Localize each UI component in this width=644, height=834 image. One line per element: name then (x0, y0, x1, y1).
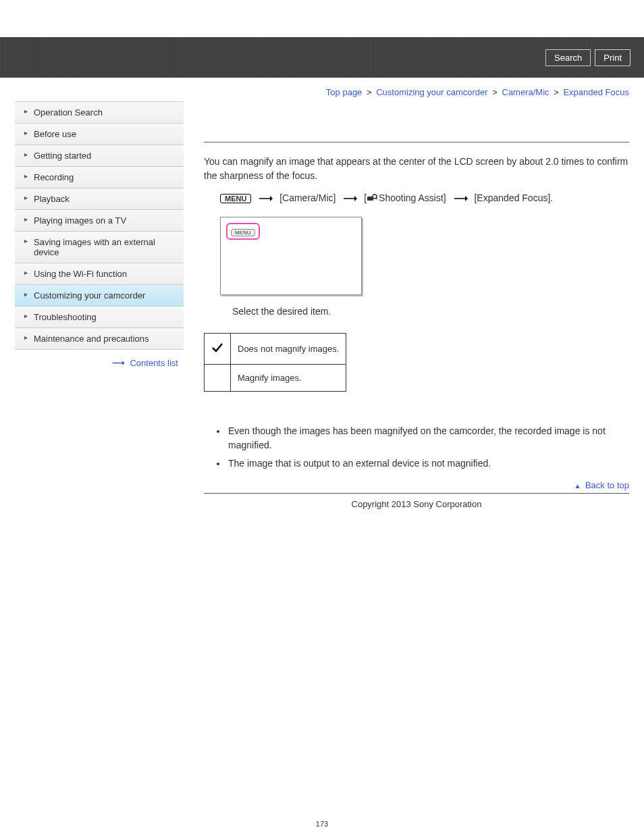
path-expanded-focus: [Expanded Focus]. (474, 192, 553, 203)
sidebar-item-label: Playback (34, 194, 70, 204)
svg-marker-8 (465, 196, 468, 201)
menu-thumb-icon: MENU (231, 229, 255, 236)
arrow-icon (258, 195, 273, 202)
sidebar-item-label: Getting started (34, 151, 91, 161)
sidebar-item-operation-search[interactable]: Operation Search (15, 101, 184, 124)
sidebar-item-playing-tv[interactable]: Playing images on a TV (15, 210, 184, 232)
sidebar-item-label: Maintenance and precautions (34, 334, 149, 344)
breadcrumb-sub[interactable]: Camera/Mic (502, 87, 549, 97)
notes-list: Even though the images has been magnifye… (227, 424, 629, 471)
svg-line-6 (376, 198, 377, 199)
contents-list-link[interactable]: Contents list (130, 358, 178, 368)
sidebar-item-label: Operation Search (34, 107, 103, 118)
sidebar-item-label: Customizing your camcorder (34, 290, 145, 301)
up-triangle-icon: ▲ (574, 482, 581, 490)
breadcrumb-page[interactable]: Expanded Focus (563, 87, 629, 97)
back-to-top-wrap: ▲ Back to top (204, 477, 629, 494)
sidebar-item-label: Saving images with an external device (34, 237, 155, 257)
search-button[interactable]: Search (545, 49, 591, 66)
svg-marker-1 (270, 196, 273, 201)
sidebar-item-label: Recording (34, 172, 74, 182)
back-to-top-link[interactable]: Back to top (585, 480, 629, 490)
sidebar-item-wifi[interactable]: Using the Wi-Fi function (15, 263, 184, 285)
sidebar-item-label: Troubleshooting (34, 312, 97, 322)
sidebar: Operation Search Before use Getting star… (15, 101, 184, 536)
menu-thumb-highlight: MENU (226, 223, 260, 240)
breadcrumb-cat[interactable]: Customizing your camcorder (376, 87, 487, 97)
sidebar-item-label: Playing images on a TV (34, 215, 126, 226)
table-row: Does not magnify images. (205, 333, 346, 364)
sidebar-item-label: Using the Wi-Fi function (34, 269, 127, 279)
contents-list-wrap: ⟶ Contents list (15, 350, 184, 368)
breadcrumb: Top page > Customizing your camcorder > … (0, 78, 644, 101)
print-button[interactable]: Print (595, 49, 630, 66)
sidebar-item-playback[interactable]: Playback (15, 188, 184, 210)
divider (204, 142, 629, 142)
breadcrumb-sep: > (554, 87, 559, 97)
lcd-screenshot: MENU (220, 217, 362, 295)
sidebar-item-before-use[interactable]: Before use (15, 124, 184, 145)
sidebar-item-maintenance[interactable]: Maintenance and precautions (15, 328, 184, 350)
options-table: Does not magnify images. Magnify images. (204, 333, 346, 392)
header-bar: Search Print (0, 37, 644, 78)
path-camera-mic: [Camera/Mic] (279, 192, 336, 203)
option-desc: Magnify images. (231, 364, 346, 391)
step-text: Select the desired item. (232, 306, 629, 317)
path-shooting-assist: Shooting Assist] (379, 192, 446, 203)
sidebar-item-recording[interactable]: Recording (15, 167, 184, 188)
svg-marker-3 (354, 196, 357, 201)
sidebar-item-saving-external[interactable]: Saving images with an external device (15, 232, 184, 263)
arrow-right-icon: ⟶ (112, 358, 125, 368)
breadcrumb-sep: > (367, 87, 372, 97)
sidebar-item-troubleshooting[interactable]: Troubleshooting (15, 307, 184, 328)
note-item: The image that is output to an external … (227, 457, 629, 471)
table-row: Magnify images. (205, 364, 346, 391)
menu-box-icon: MENU (220, 194, 251, 203)
breadcrumb-sep: > (492, 87, 498, 97)
note-item: Even though the images has been magnifye… (227, 424, 629, 452)
check-icon (205, 333, 231, 364)
sidebar-item-customizing[interactable]: Customizing your camcorder (15, 285, 184, 307)
main-content: You can magnify an image that appears at… (204, 101, 629, 536)
menu-path: MENU [Camera/Mic] [Shooting Assist] [Exp… (220, 192, 629, 205)
shooting-assist-icon (367, 193, 377, 205)
breadcrumb-top[interactable]: Top page (326, 87, 363, 97)
copyright-text: Copyright 2013 Sony Corporation (204, 494, 629, 536)
empty-cell (205, 364, 231, 391)
arrow-icon (342, 195, 357, 202)
intro-text: You can magnify an image that appears at… (204, 155, 629, 183)
sidebar-item-label: Before use (34, 129, 76, 139)
option-desc: Does not magnify images. (231, 333, 346, 364)
sidebar-item-getting-started[interactable]: Getting started (15, 145, 184, 167)
arrow-icon (453, 195, 468, 202)
page-number: 173 (0, 536, 644, 828)
